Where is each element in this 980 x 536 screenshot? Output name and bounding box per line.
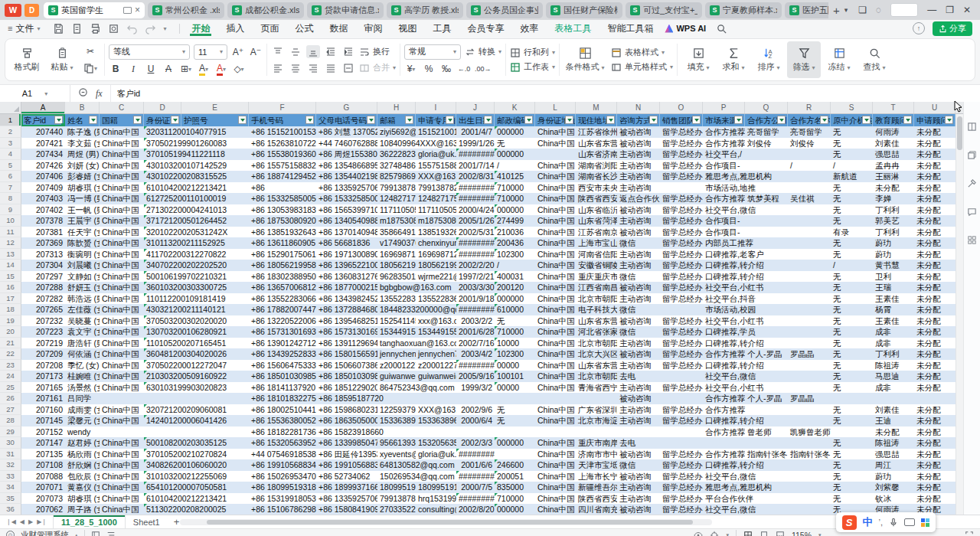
cell[interactable]: 赵君婷 (女) bbox=[65, 437, 100, 449]
cell[interactable]: 320721200209060081 bbox=[144, 404, 249, 416]
cell[interactable]: 400031 bbox=[495, 271, 535, 283]
row-number[interactable]: 18 bbox=[0, 304, 21, 315]
cell[interactable]: 207440 bbox=[21, 126, 65, 138]
column-header-F[interactable]: F bbox=[249, 102, 316, 113]
header-cell[interactable]: 原中介机构 bbox=[831, 114, 873, 126]
cell[interactable]: 648130582@qq.com bbox=[377, 459, 456, 471]
cell[interactable]: 370105199411221118 bbox=[144, 149, 249, 160]
cell[interactable]: 留学总经办 bbox=[660, 493, 703, 505]
row-number[interactable]: 6 bbox=[0, 171, 21, 182]
cell[interactable]: 留学总经办 bbox=[660, 237, 703, 249]
cell[interactable]: 207071 bbox=[21, 482, 65, 493]
document-tab[interactable]: S贷款申请信息.xlsx bbox=[307, 2, 384, 18]
cell[interactable]: 韩浩远 (男) bbox=[65, 293, 100, 305]
cell[interactable] bbox=[495, 449, 535, 460]
cell[interactable]: 留学总经办 bbox=[660, 459, 703, 471]
first-sheet-icon[interactable]: ❘◀ bbox=[6, 518, 16, 525]
cell[interactable]: China中国 bbox=[100, 138, 144, 149]
cell[interactable]: 丁利利 bbox=[873, 204, 914, 216]
cell[interactable]: 未分配 bbox=[914, 382, 956, 394]
tab-list-caret-icon[interactable]: ▾ bbox=[844, 6, 853, 14]
cell[interactable]: +86 18512290201 bbox=[316, 382, 377, 394]
cell[interactable]: +86 13552283066 bbox=[249, 293, 316, 305]
row-number[interactable]: 5 bbox=[0, 160, 21, 172]
filter-dropdown-icon[interactable] bbox=[606, 116, 615, 124]
cell[interactable]: 主动咨询 bbox=[617, 249, 660, 260]
cell[interactable]: 雅思考点,雅思机构 bbox=[703, 482, 831, 493]
comma-style-button[interactable]: ‰ bbox=[439, 63, 453, 76]
cell[interactable]: +44 7460762888 bbox=[316, 138, 377, 149]
header-cell[interactable]: 合作方名称 bbox=[788, 114, 831, 126]
cell[interactable]: 指南针张冬 bbox=[745, 449, 788, 460]
cell[interactable]: ######### bbox=[456, 360, 495, 371]
cell[interactable]: 207403 bbox=[21, 193, 65, 204]
cell[interactable]: 江西省南昌市 bbox=[576, 282, 617, 293]
cell[interactable]: 155751588@163.com bbox=[416, 160, 456, 172]
cell[interactable]: 山东省济南市 bbox=[576, 149, 617, 160]
cell[interactable]: 610104200212213421 bbox=[144, 182, 249, 194]
row-number[interactable]: 16 bbox=[0, 282, 21, 293]
row-number[interactable]: 31 bbox=[0, 449, 21, 460]
header-cell[interactable]: 身份证地址 bbox=[535, 114, 576, 126]
cell[interactable]: 207265 bbox=[21, 304, 65, 315]
cell[interactable]: 刘俊伶 bbox=[788, 138, 831, 149]
filter-dropdown-icon[interactable] bbox=[649, 116, 658, 124]
undo-icon[interactable] bbox=[126, 23, 138, 34]
cell[interactable]: 蔚玏 bbox=[873, 249, 914, 260]
cell[interactable]: 社交平台,小红书 bbox=[703, 282, 831, 293]
cell[interactable]: 河南省信阳市 bbox=[576, 249, 617, 260]
cell[interactable]: 安徽省铜陵市 bbox=[576, 260, 617, 271]
new-tab-button[interactable]: + bbox=[828, 4, 844, 17]
cell[interactable]: 左佳薇 (女) bbox=[65, 304, 100, 315]
cell[interactable]: 108409964XXX@163.com bbox=[377, 138, 456, 149]
cell[interactable]: China中国 bbox=[535, 348, 576, 360]
cell[interactable]: 340702200202202520 bbox=[144, 260, 249, 271]
account-button[interactable] bbox=[890, 3, 918, 17]
cell[interactable]: 无 bbox=[831, 138, 873, 149]
cell[interactable]: +86 17882007447 bbox=[249, 304, 316, 315]
cell[interactable]: 117110505@qq.com bbox=[416, 204, 456, 216]
cell[interactable]: ######### bbox=[456, 493, 495, 505]
cell[interactable]: +86 15823918660 bbox=[316, 427, 703, 438]
cell[interactable]: 310113200211152925 bbox=[144, 237, 249, 249]
cell[interactable]: 207161 bbox=[21, 393, 65, 404]
header-cell[interactable]: 教育顾问 bbox=[873, 114, 914, 126]
cell[interactable]: 刘妍 (女) bbox=[65, 160, 100, 172]
cell[interactable]: 留学总经办 bbox=[660, 382, 703, 394]
cell[interactable]: +86 18099519318 bbox=[249, 482, 316, 493]
cell[interactable]: 留学总经办 bbox=[660, 193, 703, 204]
cell[interactable]: 杨欣雨 (女) bbox=[65, 449, 100, 460]
cell[interactable]: gloria@uk.com bbox=[416, 449, 456, 460]
row-number[interactable]: 19 bbox=[0, 315, 21, 327]
filter-dropdown-icon[interactable] bbox=[305, 116, 314, 124]
filter-dropdown-icon[interactable] bbox=[734, 116, 743, 124]
cell[interactable]: 留学总经办 bbox=[660, 471, 703, 482]
cell[interactable]: China中国 bbox=[535, 504, 576, 515]
cell[interactable]: 王晨宇 (男) bbox=[65, 215, 100, 227]
cell[interactable]: 2005/9/16 bbox=[456, 371, 495, 382]
cell[interactable]: China中国 bbox=[100, 193, 144, 204]
cell[interactable]: 未分配 bbox=[914, 126, 956, 138]
document-tab[interactable]: S英国留学生× bbox=[44, 2, 145, 18]
cell[interactable]: 110112200109181419 bbox=[144, 293, 249, 305]
menu-item-数据[interactable]: 数据 bbox=[328, 21, 349, 36]
document-tab[interactable]: S医护五险一金.xlsx bbox=[785, 2, 828, 18]
cell[interactable]: 00000 bbox=[495, 360, 535, 371]
cell[interactable]: 冯一博 (男) bbox=[65, 193, 100, 204]
cell[interactable]: China中国 bbox=[535, 138, 576, 149]
cell[interactable]: 被动咨询 bbox=[617, 471, 660, 482]
header-cell[interactable]: 销售团队 bbox=[660, 114, 703, 126]
cell[interactable]: consulting@163.com bbox=[416, 504, 456, 515]
cell[interactable]: 广东省深圳市 bbox=[576, 404, 617, 416]
cell[interactable]: 207232 bbox=[21, 315, 65, 327]
cell[interactable]: 合作方推荐 bbox=[703, 427, 745, 438]
cell[interactable]: 117110505@qq.com bbox=[377, 204, 416, 216]
cell[interactable]: +86 13608312765 bbox=[316, 271, 377, 283]
ime-menu-icon[interactable] bbox=[921, 518, 929, 527]
cell[interactable]: 陈歆赟 (女) bbox=[65, 237, 100, 249]
document-tab[interactable]: S可过_支付宝+_滴滴 bbox=[626, 2, 702, 18]
cell[interactable]: 刘俊伶 bbox=[745, 138, 788, 149]
cell[interactable]: 无 bbox=[831, 149, 873, 160]
cell[interactable]: 000000 bbox=[495, 293, 535, 305]
cell[interactable]: 无 bbox=[831, 404, 873, 416]
